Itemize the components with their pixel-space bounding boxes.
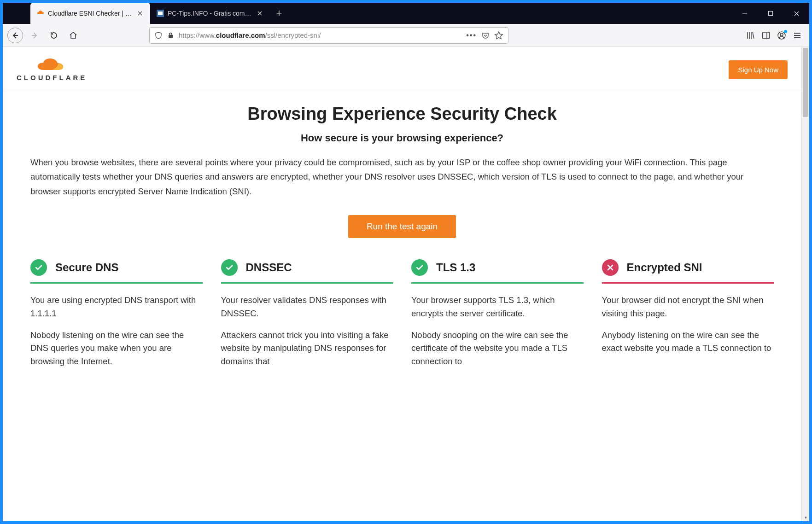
check-icon [221,259,238,276]
card-title: DNSSEC [246,261,292,274]
card-secure-dns: Secure DNS You are using encrypted DNS t… [30,259,203,376]
card-esni: Encrypted SNI Your browser did not encry… [602,259,774,376]
reload-button[interactable] [46,28,62,43]
card-detail: Anybody listening on the wire can see th… [602,329,774,355]
tab-active[interactable]: Cloudflare ESNI Checker | Cloud [30,3,150,24]
pctips-favicon-icon [157,10,164,17]
toolbar-right [746,31,805,40]
page-title: Browsing Experience Security Check [30,104,774,124]
cloud-icon [36,58,68,73]
tab-inactive-1[interactable]: PC-Tips.INFO - Gratis compute [150,3,270,24]
divider [411,282,584,284]
signup-button[interactable]: Sign Up Now [729,60,788,79]
check-icon [30,259,47,276]
card-detail: Nobody snooping on the wire can see the … [411,329,584,368]
page-actions-icon[interactable]: ••• [466,31,477,40]
menu-icon[interactable] [793,31,802,40]
card-summary: Your resolver validates DNS responses wi… [221,294,393,320]
results-grid: Secure DNS You are using encrypted DNS t… [30,259,774,376]
page-subtitle: How secure is your browsing experience? [30,132,774,144]
url-bar[interactable]: https://www.cloudflare.com/ssl/encrypted… [149,27,508,44]
card-title: Secure DNS [55,261,118,274]
vertical-scrollbar[interactable]: ▾ [801,47,809,521]
card-dnssec: DNSSEC Your resolver validates DNS respo… [221,259,393,376]
back-button[interactable] [7,28,23,43]
bookmark-star-icon[interactable] [494,31,503,40]
toolbar: https://www.cloudflare.com/ssl/encrypted… [3,24,809,47]
tab-strip: Cloudflare ESNI Checker | Cloud PC-Tips.… [3,3,288,24]
card-summary: Your browser supports TLS 1.3, which enc… [411,294,584,320]
forward-button[interactable] [27,28,42,43]
divider [221,282,393,284]
card-summary: Your browser did not encrypt the SNI whe… [602,294,774,320]
svg-rect-1 [158,12,163,15]
window-controls [732,3,809,24]
minimize-button[interactable] [732,3,758,24]
browser-window: Cloudflare ESNI Checker | Cloud PC-Tips.… [3,3,809,521]
divider [30,282,203,284]
lock-icon[interactable] [167,32,174,39]
card-detail: Nobody listening on the wire can see the… [30,329,203,368]
cloudflare-logo[interactable]: CLOUDFLARE [17,58,87,82]
svg-rect-4 [763,32,770,39]
site-header: CLOUDFLARE Sign Up Now [3,47,801,90]
close-window-button[interactable] [783,3,809,24]
card-title: TLS 1.3 [436,261,475,274]
tab-label: Cloudflare ESNI Checker | Cloud [48,10,133,17]
card-title: Encrypted SNI [627,261,702,274]
intro-paragraph: When you browse websites, there are seve… [30,155,774,198]
close-icon[interactable] [256,10,263,17]
account-icon[interactable] [777,31,786,40]
check-icon [411,259,428,276]
scroll-down-icon[interactable]: ▾ [802,513,809,521]
new-tab-button[interactable]: + [270,3,288,24]
titlebar: Cloudflare ESNI Checker | Cloud PC-Tips.… [3,3,809,24]
run-test-button[interactable]: Run the test again [348,215,456,238]
svg-point-6 [780,33,783,36]
card-detail: Attackers cannot trick you into visiting… [221,329,393,368]
library-icon[interactable] [746,31,755,40]
pocket-icon[interactable] [481,31,490,40]
card-tls13: TLS 1.3 Your browser supports TLS 1.3, w… [411,259,584,376]
shield-icon[interactable] [154,31,163,40]
svg-rect-3 [169,35,173,38]
divider [602,282,774,284]
url-text: https://www.cloudflare.com/ssl/encrypted… [179,31,461,39]
cloudflare-favicon-icon [37,10,44,17]
scrollbar-thumb[interactable] [803,48,808,117]
maximize-button[interactable] [758,3,783,24]
home-button[interactable] [65,28,81,43]
page-content: CLOUDFLARE Sign Up Now Browsing Experien… [3,47,809,521]
svg-rect-2 [769,12,773,16]
main-content: Browsing Experience Security Check How s… [3,90,801,377]
x-icon [602,259,619,276]
sidebar-icon[interactable] [761,31,771,40]
card-summary: You are using encrypted DNS transport wi… [30,294,203,320]
brand-text: CLOUDFLARE [17,74,87,82]
viewport: CLOUDFLARE Sign Up Now Browsing Experien… [3,47,809,521]
tab-label: PC-Tips.INFO - Gratis compute [168,10,252,17]
close-icon[interactable] [136,10,144,17]
